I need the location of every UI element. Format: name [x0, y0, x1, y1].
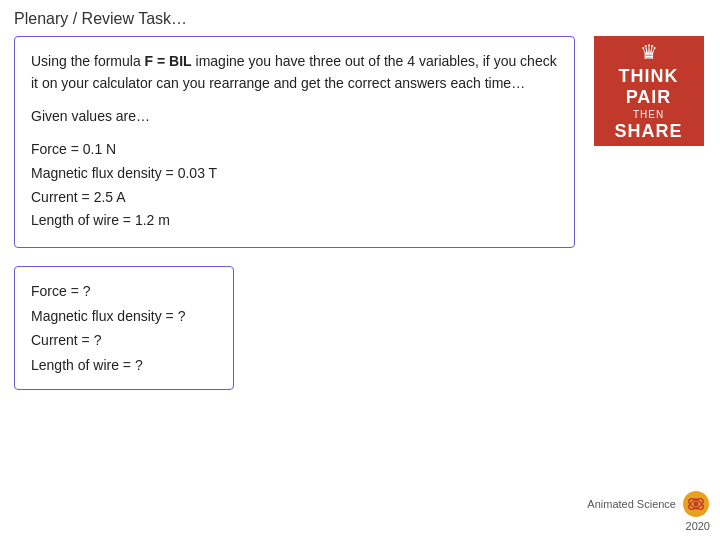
think-pair-share-card: ♛ THINK PAIR THEN SHARE: [594, 36, 704, 146]
question-4: Length of wire = ?: [31, 353, 217, 378]
pair-label: PAIR: [626, 87, 672, 108]
given-value-4: Length of wire = 1.2 m: [31, 209, 558, 233]
think-label: THINK: [619, 66, 679, 87]
svg-point-3: [694, 502, 699, 507]
formula-text: F = BIL: [145, 53, 192, 69]
share-label: SHARE: [614, 121, 682, 142]
footer: Animated Science 2020: [587, 490, 710, 532]
question-1: Force = ?: [31, 279, 217, 304]
question-2: Magnetic flux density = ?: [31, 304, 217, 329]
page-title: Plenary / Review Task…: [0, 0, 720, 36]
footer-brand-text: Animated Science: [587, 498, 676, 510]
crown-icon: ♛: [640, 40, 658, 64]
given-values-list: Force = 0.1 N Magnetic flux density = 0.…: [31, 138, 558, 233]
given-value-2: Magnetic flux density = 0.03 T: [31, 162, 558, 186]
footer-logo-icon: [682, 490, 710, 518]
formula-line: Using the formula F = BIL imagine you ha…: [31, 51, 558, 94]
question-3: Current = ?: [31, 328, 217, 353]
given-value-1: Force = 0.1 N: [31, 138, 558, 162]
main-content: Using the formula F = BIL imagine you ha…: [0, 36, 720, 390]
footer-brand: Animated Science: [587, 490, 710, 518]
footer-year: 2020: [686, 520, 710, 532]
right-section: ♛ THINK PAIR THEN SHARE: [591, 36, 706, 390]
intro-text: Using the formula: [31, 53, 145, 69]
given-values-title: Given values are…: [31, 106, 558, 128]
left-section: Using the formula F = BIL imagine you ha…: [14, 36, 575, 390]
given-value-3: Current = 2.5 A: [31, 186, 558, 210]
info-box: Using the formula F = BIL imagine you ha…: [14, 36, 575, 248]
then-label: THEN: [633, 109, 664, 120]
question-box: Force = ? Magnetic flux density = ? Curr…: [14, 266, 234, 390]
